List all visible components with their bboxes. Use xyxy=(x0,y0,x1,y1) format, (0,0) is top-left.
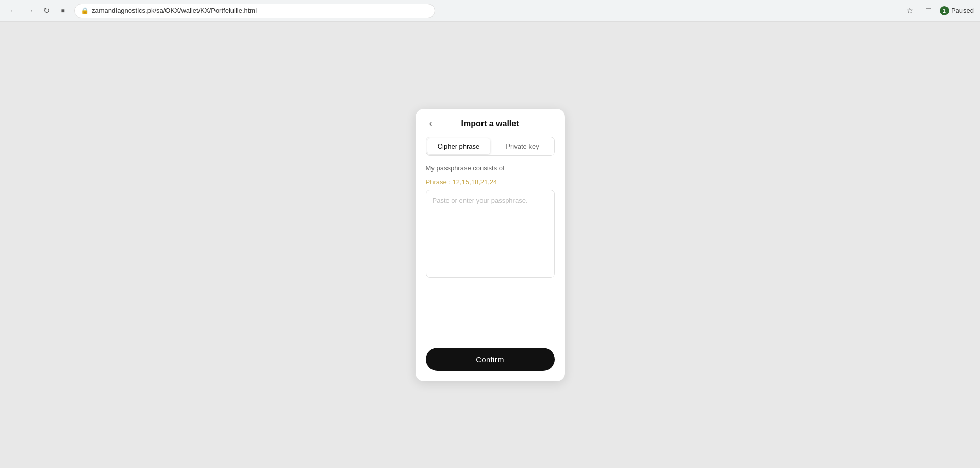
address-bar-icon: 🔒 xyxy=(81,7,89,14)
reload-button[interactable]: ↻ xyxy=(39,4,54,18)
phrase-count-label: Phrase : 12,15,18,21,24 xyxy=(426,178,555,186)
paused-badge[interactable]: 1 Paused xyxy=(940,6,974,15)
home-button[interactable]: ■ xyxy=(56,4,70,18)
tabs-container: Cipher phrase Private key xyxy=(416,137,565,164)
nav-buttons: ← → ↻ ■ xyxy=(6,4,70,18)
tab-cipher-phrase[interactable]: Cipher phrase xyxy=(427,138,490,154)
tabs: Cipher phrase Private key xyxy=(426,137,555,156)
spacer xyxy=(426,280,555,331)
paused-count: 1 xyxy=(940,6,949,15)
card-title: Import a wallet xyxy=(461,119,519,128)
browser-chrome: ← → ↻ ■ 🔒 zamandiagnostics.pk/sa/OKX/wal… xyxy=(0,0,980,22)
address-bar[interactable]: 🔒 zamandiagnostics.pk/sa/OKX/wallet/KX/P… xyxy=(74,4,435,18)
card-body: My passphrase consists of Phrase : 12,15… xyxy=(416,164,565,340)
forward-nav-button[interactable]: → xyxy=(23,4,37,18)
confirm-section: Confirm xyxy=(416,340,565,381)
browser-actions: ☆ □ 1 Paused xyxy=(903,4,974,18)
paused-label: Paused xyxy=(951,7,974,14)
phrase-count-prefix: Phrase : xyxy=(426,178,453,186)
wallet-card: ‹ Import a wallet Cipher phrase Private … xyxy=(416,109,565,381)
back-button[interactable]: ‹ xyxy=(424,117,438,131)
phrase-count-values: 12,15,18,21,24 xyxy=(453,178,497,186)
confirm-button[interactable]: Confirm xyxy=(426,348,555,371)
passphrase-textarea[interactable] xyxy=(426,190,555,278)
extension-button[interactable]: □ xyxy=(921,4,936,18)
url-text: zamandiagnostics.pk/sa/OKX/wallet/KX/Por… xyxy=(92,7,257,14)
tab-private-key[interactable]: Private key xyxy=(491,137,554,155)
card-header: ‹ Import a wallet xyxy=(416,109,565,137)
back-nav-button[interactable]: ← xyxy=(6,4,21,18)
main-content: ‹ Import a wallet Cipher phrase Private … xyxy=(0,22,980,468)
star-button[interactable]: ☆ xyxy=(903,4,917,18)
passphrase-description: My passphrase consists of xyxy=(426,164,555,172)
